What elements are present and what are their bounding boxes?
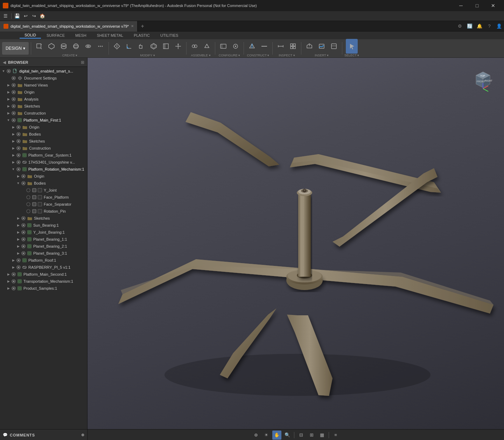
tree-expand-platform-roof[interactable]: ▶ (11, 258, 15, 262)
tree-expand-origin-3[interactable]: ▶ (16, 174, 20, 178)
tree-expand-platform-rotation[interactable]: ▼ (11, 167, 15, 171)
tree-expand-sketches-1[interactable]: ▶ (6, 104, 10, 108)
tree-checkbox-y-joint[interactable] (38, 188, 42, 192)
grid-button[interactable]: ▦ (317, 431, 327, 440)
tree-checkbox-face-platform[interactable] (38, 195, 42, 199)
tree-item-bodies-1[interactable]: ▶ Bodies (0, 131, 87, 138)
tree-item-product-samples[interactable]: ▶ Product_Samples:1 (0, 285, 87, 292)
tree-expand-platform-gear[interactable]: ▶ (11, 153, 15, 157)
press-pull-button[interactable] (111, 39, 123, 54)
tree-item-platform-rotation[interactable]: ▼ Platform_Rotation_Mechanism:1 (0, 166, 87, 173)
tab-mesh[interactable]: MESH (70, 33, 91, 38)
user-button[interactable]: 👤 (494, 21, 504, 31)
tree-checkbox-rotation-pin[interactable] (38, 209, 42, 213)
fillet-button[interactable] (123, 39, 135, 54)
cylinder-button[interactable] (58, 39, 70, 54)
home-button[interactable]: 🏠 (38, 12, 47, 20)
save-button[interactable]: 💾 (13, 12, 21, 20)
tree-expand-analysis[interactable]: ▶ (6, 97, 10, 101)
active-tab[interactable]: digital_twin_enabled_smart_shipping_work… (0, 21, 138, 32)
tree-item-y-joint[interactable]: Y_Joint (0, 187, 87, 194)
tree-vis-doc-settings[interactable] (11, 76, 16, 81)
tree-vis-face-platform[interactable] (26, 195, 31, 200)
tree-vis-platform-roof[interactable] (16, 258, 21, 263)
tree-expand-planet-bearing-2[interactable]: ▶ (16, 244, 20, 248)
tab-settings-button[interactable]: ⚙ (455, 21, 465, 31)
tree-item-transportation[interactable]: ▶ Transportation_Mechanism:1 (0, 278, 87, 285)
design-dropdown[interactable]: DESIGN ▾ (2, 42, 29, 55)
tree-vis-17hs3401[interactable] (16, 160, 21, 165)
browser-expand-button[interactable]: ⊞ (81, 60, 84, 65)
select-button[interactable] (346, 39, 358, 54)
tree-expand-y-joint[interactable] (21, 188, 25, 192)
lighting-button[interactable]: ☀ (262, 431, 271, 440)
tree-expand-doc-settings[interactable] (6, 76, 10, 80)
tree-vis-construction-1[interactable] (11, 111, 16, 116)
tab-surface[interactable]: SURFACE (42, 33, 70, 38)
tree-item-y-joint-bearing[interactable]: ▶ Y_Joint_Bearing:1 (0, 229, 87, 236)
tree-item-analysis[interactable]: ▶ Analysis (0, 96, 87, 103)
tree-vis-platform-main-first[interactable] (11, 118, 16, 123)
tree-item-face-separator[interactable]: Face_Separator (0, 201, 87, 208)
tree-expand-face-separator[interactable] (21, 202, 25, 206)
tree-item-raspberry-pi[interactable]: ▶ RASPBERRY_PI_5 v1:1 (0, 264, 87, 271)
new-component-button[interactable] (33, 39, 45, 54)
box-button[interactable] (46, 39, 57, 54)
tab-sheet-metal[interactable]: SHEET METAL (92, 33, 128, 38)
tree-checkbox-face-separator[interactable] (38, 202, 42, 206)
comments-expand-button[interactable]: ⊕ (81, 433, 84, 437)
tree-item-sketches-3[interactable]: ▶ Sketches (0, 215, 87, 222)
tree-expand-rotation-pin[interactable] (21, 209, 25, 213)
tree-expand-y-joint-bearing[interactable]: ▶ (16, 230, 20, 234)
tree-expand-raspberry-pi[interactable]: ▶ (11, 265, 15, 269)
tree-expand-bodies-1[interactable]: ▶ (11, 132, 15, 136)
more-create-button[interactable] (94, 39, 106, 54)
shell-button[interactable] (148, 39, 160, 54)
tree-vis-y-joint[interactable] (26, 188, 31, 193)
tab-refresh-button[interactable]: 🔄 (465, 21, 475, 31)
tree-item-construction-2[interactable]: ▶ Construction (0, 145, 87, 152)
tree-vis-named-views[interactable] (11, 83, 16, 88)
tree-vis-root[interactable] (6, 69, 11, 74)
construct-button-1[interactable] (246, 39, 258, 54)
draft-button[interactable] (160, 39, 172, 54)
tree-expand-construction-2[interactable]: ▶ (11, 146, 15, 150)
tree-item-origin-1[interactable]: ▶ Origin (0, 89, 87, 96)
insert-mesh-button[interactable] (303, 39, 315, 54)
tab-plastic[interactable]: PLASTIC (129, 33, 155, 38)
torus-button[interactable] (82, 39, 94, 54)
tree-vis-platform-rotation[interactable] (16, 167, 21, 172)
tab-solid[interactable]: SOLID (20, 32, 41, 39)
tree-vis-planet-bearing-1[interactable] (21, 237, 26, 242)
tab-close-button[interactable]: ✕ (131, 24, 134, 28)
tab-utilities[interactable]: UTILITIES (155, 33, 183, 38)
tree-expand-sun-bearing[interactable]: ▶ (16, 223, 20, 227)
zoom-button[interactable]: 🔍 (283, 431, 292, 440)
tree-item-planet-bearing-3[interactable]: ▶ Planet_Bearing_3:1 (0, 250, 87, 257)
config-button-2[interactable] (230, 39, 241, 54)
maximize-button[interactable]: □ (469, 0, 485, 11)
tree-item-sun-bearing[interactable]: ▶ Sun_Bearing:1 (0, 222, 87, 229)
pan-button[interactable]: ✋ (272, 431, 281, 440)
tree-expand-17hs3401[interactable]: ▶ (11, 160, 15, 164)
tree-vis-y-joint-bearing[interactable] (21, 230, 26, 235)
tree-vis-origin-1[interactable] (11, 90, 16, 95)
tree-item-sketches-2[interactable]: ▶ Sketches (0, 138, 87, 145)
tree-vis-platform-main-second[interactable] (11, 272, 16, 277)
display-settings-button[interactable] (287, 39, 299, 54)
tree-expand-product-samples[interactable]: ▶ (6, 286, 10, 290)
tree-expand-sketches-3[interactable]: ▶ (16, 216, 20, 220)
redo-button[interactable]: ↪ (30, 12, 38, 20)
tree-expand-transportation[interactable]: ▶ (6, 279, 10, 283)
tree-item-rotation-pin[interactable]: Rotation_Pin (0, 208, 87, 215)
tree-expand-sketches-2[interactable]: ▶ (11, 139, 15, 143)
tree-vis-sketches-2[interactable] (16, 139, 21, 144)
add-tab-button[interactable]: + (138, 21, 147, 32)
tree-expand-platform-main-first[interactable]: ▼ (6, 118, 10, 122)
tree-item-planet-bearing-2[interactable]: ▶ Planet_Bearing_2:1 (0, 243, 87, 250)
tree-item-bodies-2[interactable]: ▼ Bodies (0, 180, 87, 187)
tree-vis-sun-bearing[interactable] (21, 223, 26, 228)
tree-vis-platform-gear[interactable] (16, 153, 21, 158)
tree-vis-origin-3[interactable] (21, 174, 26, 179)
display-mode-button[interactable]: ⊞ (307, 431, 316, 440)
